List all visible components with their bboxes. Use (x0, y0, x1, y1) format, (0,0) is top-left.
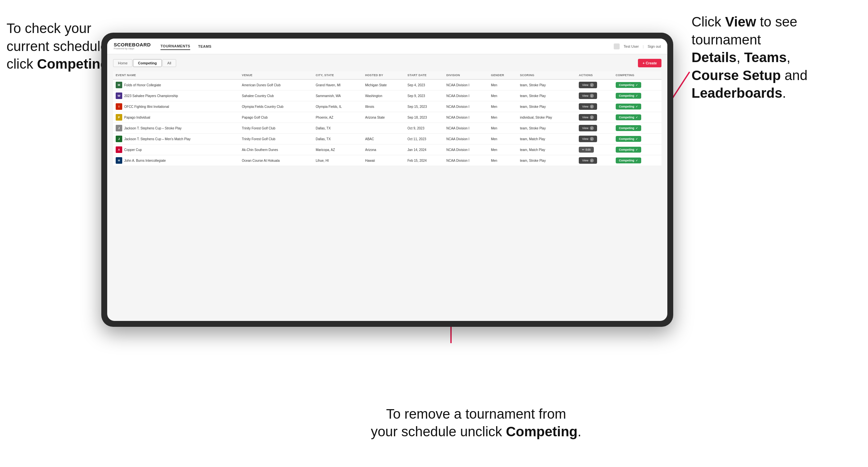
competing-cell: Competing ✓ (613, 134, 661, 145)
division-cell: NCAA Division I (444, 80, 488, 91)
start-date-cell: Oct 11, 2023 (405, 134, 444, 145)
division-cell: NCAA Division I (444, 123, 488, 134)
table-body: M Folds of Honor Collegiate American Dun… (113, 80, 661, 166)
scoring-cell: team, Match Play (517, 134, 576, 145)
hosted-by-cell: Arizona State (363, 112, 405, 123)
event-name-cell-5: J Jackson T. Stephens Cup – Men's Match … (113, 134, 239, 145)
nav-teams[interactable]: TEAMS (198, 43, 212, 50)
actions-cell: View i (576, 80, 613, 91)
table-header-row: EVENT NAME VENUE CITY, STATE HOSTED BY S… (113, 71, 661, 80)
venue-cell: Trinity Forest Golf Club (239, 123, 313, 134)
nav-links: TOURNAMENTS TEAMS (160, 43, 614, 50)
hosted-by-cell: Washington (363, 91, 405, 101)
scoreboard-logo: SCOREBOARD Powered by clippi (114, 42, 151, 50)
annotation-bottom: To remove a tournament from your schedul… (371, 405, 581, 441)
sign-out-link[interactable]: Sign out (648, 44, 661, 49)
division-cell: NCAA Division I (444, 101, 488, 112)
city-state-cell: Dallas, TX (313, 123, 363, 134)
scoring-cell: team, Match Play (517, 145, 576, 155)
col-venue: VENUE (239, 71, 313, 80)
table-row: M Folds of Honor Collegiate American Dun… (113, 80, 661, 91)
competing-button[interactable]: Competing ✓ (616, 147, 641, 153)
competing-button[interactable]: Competing ✓ (616, 114, 641, 120)
filter-tabs: Home Competing All (113, 59, 176, 67)
competing-button[interactable]: Competing ✓ (616, 93, 641, 99)
col-hosted-by: HOSTED BY (363, 71, 405, 80)
city-state-cell: Maricopa, AZ (313, 145, 363, 155)
competing-button[interactable]: Competing ✓ (616, 157, 641, 163)
hosted-by-cell: Hawaii (363, 155, 405, 166)
division-cell: NCAA Division I (444, 91, 488, 101)
view-button[interactable]: View i (579, 157, 597, 164)
ann-details-bold: Details (691, 50, 737, 65)
division-cell: NCAA Division I (444, 112, 488, 123)
gender-cell: Men (488, 134, 517, 145)
division-cell: NCAA Division I (444, 155, 488, 166)
hosted-by-cell: ABAC (363, 134, 405, 145)
info-icon: i (590, 126, 594, 130)
check-icon: ✓ (636, 148, 638, 151)
competing-cell: Competing ✓ (613, 145, 661, 155)
view-button[interactable]: View i (579, 82, 597, 88)
ann-teams-bold: Teams (744, 50, 786, 65)
event-name-cell-1: W 2023 Sahalee Players Championship (113, 91, 239, 101)
ann-comma2: , (737, 50, 744, 65)
scoring-cell: team, Stroke Play (517, 80, 576, 91)
col-event-name: EVENT NAME (113, 71, 239, 80)
col-division: DIVISION (444, 71, 488, 80)
edit-button[interactable]: ✏ Edit (579, 147, 594, 153)
check-icon: ✓ (636, 127, 638, 130)
venue-cell: American Dunes Golf Club (239, 80, 313, 91)
scoreboard-title: SCOREBOARD (114, 42, 151, 47)
annotation-top-right: Click View to see tournament Details, Te… (691, 13, 862, 102)
nav-right: Test User | Sign out (614, 43, 661, 49)
actions-cell: View i (576, 112, 613, 123)
check-icon: ✓ (636, 159, 638, 162)
ann-click: Click (691, 14, 725, 29)
col-scoring: SCORING (517, 71, 576, 80)
view-button[interactable]: View i (579, 92, 597, 99)
start-date-cell: Sep 9, 2023 (405, 91, 444, 101)
check-icon: ✓ (636, 105, 638, 108)
competing-cell: Competing ✓ (613, 80, 661, 91)
ann-and: and (781, 68, 808, 83)
start-date-cell: Sep 4, 2023 (405, 80, 444, 91)
tab-home[interactable]: Home (113, 59, 132, 67)
start-date-cell: Sep 15, 2023 (405, 101, 444, 112)
table-row: I OFCC Fighting Illini Invitational Olym… (113, 101, 661, 112)
ann-bottom-competing-bold: Competing (506, 424, 578, 439)
table-row: J Jackson T. Stephens Cup – Men's Match … (113, 134, 661, 145)
nav-user-text: Test User (624, 44, 639, 49)
gender-cell: Men (488, 80, 517, 91)
city-state-cell: Dallas, TX (313, 134, 363, 145)
ann-bottom-line2: your schedule unclick (371, 424, 506, 439)
hosted-by-cell (363, 123, 405, 134)
city-state-cell: Lihue, HI (313, 155, 363, 166)
check-icon: ✓ (636, 116, 638, 119)
ann-bottom-line1: To remove a tournament from (386, 406, 566, 422)
venue-cell: Ak-Chin Southern Dunes (239, 145, 313, 155)
content-area: Home Competing All + Create EVENT NAME V… (107, 54, 667, 321)
col-start-date: START DATE (405, 71, 444, 80)
tab-all[interactable]: All (162, 59, 176, 67)
nav-tournaments[interactable]: TOURNAMENTS (160, 43, 190, 50)
create-button[interactable]: + Create (638, 59, 661, 67)
actions-cell: View i (576, 134, 613, 145)
ann-to-see: to see (756, 14, 798, 29)
view-button[interactable]: View i (579, 114, 597, 121)
city-state-cell: Sammamish, WA (313, 91, 363, 101)
competing-button[interactable]: Competing ✓ (616, 125, 641, 131)
view-button[interactable]: View i (579, 103, 597, 110)
competing-button[interactable]: Competing ✓ (616, 82, 641, 88)
view-button[interactable]: View i (579, 125, 597, 131)
venue-cell: Olympia Fields Country Club (239, 101, 313, 112)
tab-competing[interactable]: Competing (133, 59, 161, 67)
ann-comma3: , (786, 50, 790, 65)
competing-button[interactable]: Competing ✓ (616, 136, 641, 142)
filter-row: Home Competing All + Create (113, 59, 661, 67)
competing-button[interactable]: Competing ✓ (616, 103, 641, 110)
ann-coursesetup-bold: Course Setup (691, 68, 781, 83)
view-button[interactable]: View i (579, 136, 597, 142)
annotation-competing-bold: Competing (37, 56, 108, 71)
scoring-cell: team, Stroke Play (517, 101, 576, 112)
